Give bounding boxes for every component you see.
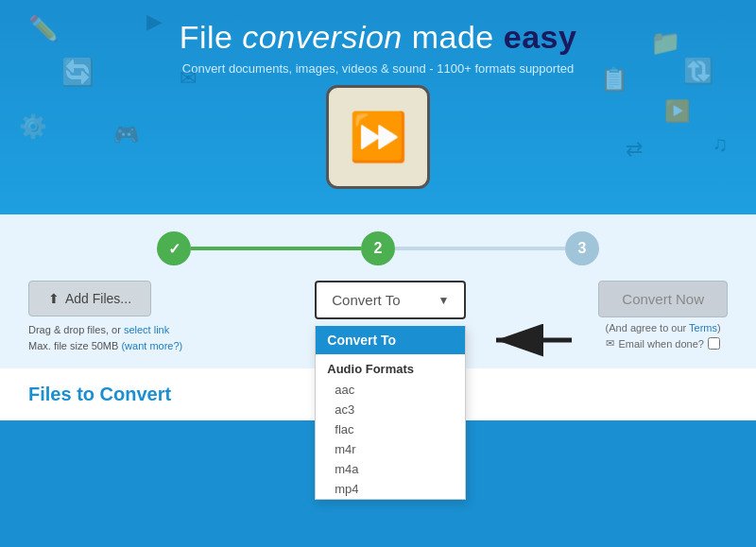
format-flac[interactable]: flac — [316, 419, 465, 439]
dropdown-header: Convert To — [316, 326, 465, 354]
steps-row: ✓ 2 3 — [28, 231, 728, 265]
add-files-section: ⬆ Add Files... Drag & drop files, or sel… — [28, 281, 182, 353]
format-aac[interactable]: aac — [316, 380, 465, 400]
step-line-2-3 — [395, 247, 565, 250]
want-more-link[interactable]: (want more?) — [121, 340, 182, 351]
convert-to-dropdown-menu: Convert To Audio Formats aac ac3 flac m4… — [315, 326, 466, 500]
convert-to-button[interactable]: Convert To ▼ — [315, 281, 466, 319]
step-1-circle: ✓ — [157, 231, 191, 265]
convert-now-section: Convert Now (And agree to our Terms) ✉ E… — [598, 281, 728, 350]
convert-now-button[interactable]: Convert Now — [598, 281, 728, 317]
add-files-hint: Drag & drop files, or select link Max. f… — [28, 322, 182, 353]
hero-subtitle: Convert documents, images, videos & soun… — [0, 61, 756, 76]
email-checkbox[interactable] — [708, 337, 720, 350]
arrow-graphic — [487, 316, 581, 368]
hero-title: File conversion made easy — [0, 19, 756, 56]
logo-box: ⏩ — [326, 85, 430, 189]
upload-icon: ⬆ — [48, 291, 60, 306]
format-m4a[interactable]: m4a — [316, 459, 465, 479]
audio-formats-category: Audio Formats — [316, 354, 465, 380]
convert-to-section: Convert To ▼ Convert To Audio Formats aa… — [315, 281, 466, 319]
format-ac3[interactable]: ac3 — [316, 400, 465, 419]
terms-link[interactable]: Terms — [689, 322, 717, 333]
select-link[interactable]: select link — [124, 324, 169, 335]
hero-section: ✏️ 🔄 ⚙️ ▶ ✉ 🎮 📁 🔃 ▶️ ♫ 📋 ⇄ File conversi… — [0, 0, 756, 214]
center-logo: ⏩ — [0, 85, 756, 189]
controls-row: ⬆ Add Files... Drag & drop files, or sel… — [28, 281, 728, 353]
envelope-icon: ✉ — [606, 337, 614, 350]
format-m4r[interactable]: m4r — [316, 439, 465, 459]
email-row: ✉ Email when done? — [606, 337, 720, 350]
chevron-down-icon: ▼ — [438, 294, 449, 307]
conversion-bar: ✓ 2 3 ⬆ Add Files... Drag & drop files, … — [0, 214, 756, 368]
logo-arrows-icon: ⏩ — [349, 113, 407, 161]
format-mp4[interactable]: mp4 — [316, 479, 465, 499]
add-files-button[interactable]: ⬆ Add Files... — [28, 281, 151, 316]
step-3-circle: 3 — [565, 231, 599, 265]
step-2-circle: 2 — [361, 231, 395, 265]
convert-now-hint: (And agree to our Terms) — [606, 322, 721, 333]
step-line-1-2 — [191, 247, 361, 250]
